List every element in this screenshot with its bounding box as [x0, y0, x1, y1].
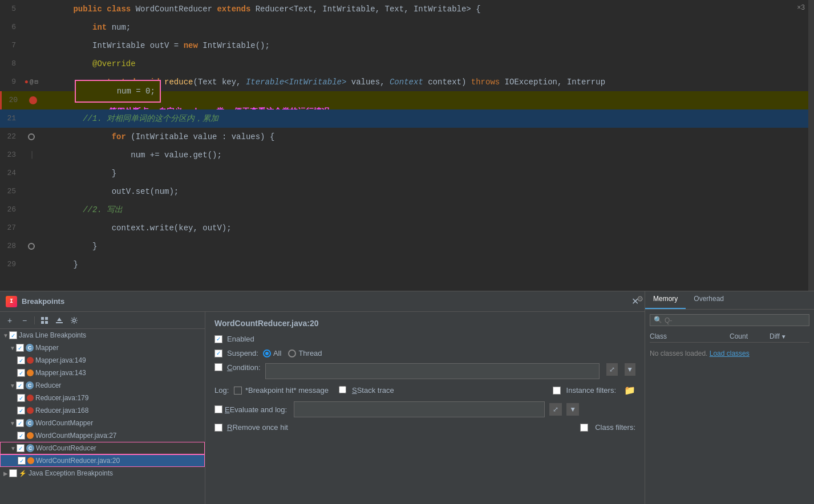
bp-icon-reducer-168 — [27, 407, 34, 414]
diff-sort-icon[interactable]: ▼ — [781, 334, 787, 340]
svg-rect-1 — [45, 317, 48, 320]
evaluate-more-button[interactable]: ▼ — [566, 403, 579, 416]
class-filters-checkbox[interactable] — [580, 424, 588, 432]
expand-arrow-mapper[interactable]: ▼ — [9, 344, 16, 351]
check-reducer[interactable]: ✓ — [16, 381, 24, 389]
suspend-checkbox[interactable] — [214, 349, 222, 357]
evaluate-input[interactable] — [294, 401, 545, 417]
line-num-9: 9 — [0, 73, 23, 91]
log-message-checkbox[interactable] — [234, 387, 242, 395]
class-filters-label: Class filters: — [595, 423, 635, 432]
line-num-26: 26 — [0, 201, 23, 219]
tab-memory[interactable]: Memory — [645, 291, 686, 309]
memory-search-input[interactable] — [665, 316, 805, 324]
condition-expand-button[interactable]: ⤢ — [606, 363, 618, 376]
suspend-radio-group: All Thread — [263, 349, 322, 357]
tree-reducer-168[interactable]: ✓ Reducer.java:168 — [0, 404, 205, 417]
instance-filters-browse-button[interactable]: 📁 — [624, 385, 635, 396]
breakpoint-icon-9: ● — [25, 73, 29, 91]
group-breakpoint-button[interactable] — [38, 314, 51, 327]
condition-checkbox[interactable] — [214, 363, 222, 371]
suspend-label: Suspend: — [227, 349, 258, 357]
tree-mapper-143[interactable]: ✓ Mapper.java:143 — [0, 367, 205, 379]
col-count-header: Count — [730, 332, 770, 340]
condition-more-button[interactable]: ▼ — [625, 363, 636, 376]
gutter-22 — [23, 133, 40, 140]
tree-mapper[interactable]: ▼ ✓ C Mapper — [0, 342, 205, 354]
line-num-21: 21 — [0, 109, 23, 128]
line-num-25: 25 — [0, 182, 23, 201]
tree-java-exception[interactable]: ▶ ⚡ Java Exception Breakpoints — [0, 467, 205, 479]
col-class-header: Class — [650, 332, 730, 340]
tree-wordcountmapper[interactable]: ▼ ✓ C WordCountMapper — [0, 417, 205, 429]
svg-rect-2 — [41, 321, 44, 324]
code-editor: 5 public class WordCountReducer extends … — [0, 0, 814, 291]
remove-breakpoint-button[interactable]: − — [18, 314, 31, 327]
tree-reducer-179[interactable]: ✓ Reducer.java:179 — [0, 392, 205, 404]
thread-radio[interactable] — [288, 349, 296, 357]
check-mapper-143[interactable]: ✓ — [17, 369, 25, 377]
line-num-22: 22 — [0, 128, 23, 146]
bp-icon-mapper-143 — [27, 369, 34, 376]
check-mapper[interactable]: ✓ — [16, 344, 24, 352]
check-wcm-27[interactable]: ✓ — [17, 432, 25, 440]
check-wcr-20[interactable]: ✓ — [18, 457, 26, 465]
enabled-checkbox[interactable] — [214, 335, 222, 343]
tree-reducer[interactable]: ▼ ✓ C Reducer — [0, 379, 205, 392]
bp-icon-wcr-20 — [27, 457, 34, 464]
check-reducer-168[interactable]: ✓ — [17, 407, 25, 414]
tree-mapper-149[interactable]: ✓ Mapper.java:149 — [0, 354, 205, 367]
tree-wcm-27[interactable]: ✓ WordCountMapper.java:27 — [0, 429, 205, 442]
tree-wcr-20[interactable]: ✓ WordCountReducer.java:20 — [0, 454, 205, 467]
tab-overhead[interactable]: Overhead — [686, 291, 732, 309]
label-wcm: WordCountMapper — [35, 419, 93, 427]
editor-scrollbar[interactable] — [808, 0, 814, 291]
suspend-thread-option[interactable]: Thread — [288, 349, 322, 357]
expand-arrow-reducer[interactable]: ▼ — [9, 382, 16, 389]
load-classes-link[interactable]: Load classes — [710, 349, 750, 357]
all-radio[interactable] — [263, 349, 271, 357]
check-reducer-179[interactable]: ✓ — [17, 394, 25, 402]
expand-arrow-java-line[interactable]: ▼ — [2, 332, 9, 339]
label-mapper: Mapper — [35, 344, 59, 352]
expand-arrow-wcr[interactable]: ▼ — [10, 445, 17, 452]
gear-icon[interactable]: ⚙ — [637, 293, 643, 304]
suspend-all-option[interactable]: All — [263, 349, 281, 357]
check-java-line[interactable]: ✓ — [9, 331, 17, 339]
detail-file-line: WordCountReducer.java:20 — [214, 319, 635, 328]
bp-icon-wcm-27 — [27, 432, 34, 439]
stack-trace-checkbox[interactable] — [339, 386, 346, 393]
evaluate-checkbox[interactable] — [214, 405, 222, 413]
add-breakpoint-button[interactable]: + — [3, 314, 16, 327]
export-breakpoint-button[interactable] — [53, 314, 66, 327]
label-reducer-168: Reducer.java:168 — [35, 407, 88, 414]
panel-title: Breakpoints — [22, 297, 64, 306]
check-wcm[interactable]: ✓ — [16, 419, 24, 427]
expand-arrow-exc[interactable]: ▶ — [2, 470, 9, 477]
remove-row: RRemove once hit Class filters: — [214, 423, 635, 432]
gutter-20 — [25, 96, 42, 104]
detail-panel: WordCountReducer.java:20 Enabled Suspend… — [205, 312, 645, 504]
search-icon: 🔍 — [654, 316, 662, 324]
check-exception[interactable] — [9, 469, 17, 477]
breakpoint-dot-20[interactable] — [29, 96, 37, 104]
instance-filters-label: Instance filters: — [566, 386, 616, 395]
instance-filters-checkbox[interactable] — [553, 387, 561, 395]
evaluate-expand-button[interactable]: ⤢ — [549, 403, 562, 416]
label-wcr: WordCountReducer — [36, 444, 96, 452]
tree-wordcountreducer[interactable]: ▼ ✓ C WordCountReducer — [0, 442, 205, 454]
label-wcm-27: WordCountMapper.java:27 — [35, 432, 117, 440]
check-mapper-149[interactable]: ✓ — [17, 356, 25, 364]
check-wcr[interactable]: ✓ — [17, 444, 25, 452]
gutter-23: │ — [23, 146, 40, 164]
memory-search-bar[interactable]: 🔍 — [650, 314, 809, 326]
memory-table-header: Class Count Diff ▼ — [650, 331, 809, 343]
tree-group-java-line[interactable]: ▼ ✓ Java Line Breakpoints — [0, 329, 205, 342]
bp-icon-reducer-179 — [27, 395, 34, 401]
remove-once-checkbox[interactable] — [214, 424, 222, 432]
settings-breakpoint-button[interactable] — [68, 314, 80, 327]
expand-arrow-wcm[interactable]: ▼ — [9, 420, 16, 426]
panel-header: I Breakpoints ✕ — [0, 291, 645, 312]
suspend-row: Suspend: All Thread — [214, 349, 635, 357]
condition-input[interactable] — [265, 363, 600, 379]
